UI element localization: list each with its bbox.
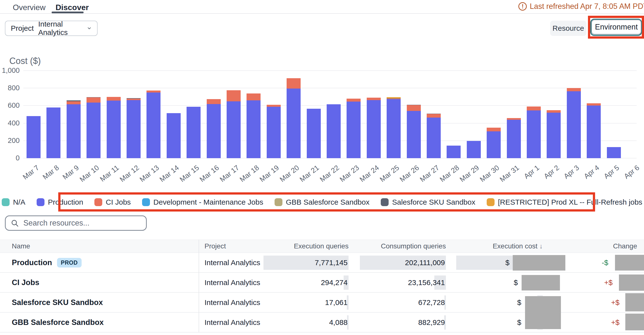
tab-discover[interactable]: Discover: [56, 3, 89, 12]
resources-table: Name Project Execution queries Consumpti…: [0, 240, 644, 332]
execution-queries-cell: 4,088: [264, 313, 348, 332]
bar-segment-production: [387, 99, 401, 158]
bar-segment-production: [407, 111, 421, 158]
redaction-box-change: [615, 255, 644, 270]
table-row[interactable]: ProductionPRODInternal Analytics7,771,14…: [0, 253, 644, 273]
table-row[interactable]: CI JobsInternal Analytics294,27423,156,3…: [0, 273, 644, 293]
column-header-execution-cost[interactable]: Execution cost↓: [492, 242, 543, 250]
bar-segment-ci-jobs: [367, 98, 381, 100]
bar-segment-production: [167, 113, 181, 158]
legend-item-salesforce-sku-sandbox[interactable]: Salesforce SKU Sandbox: [381, 198, 476, 206]
cell-value: 17,061: [325, 298, 348, 307]
bar-segment-production: [186, 107, 200, 158]
project-filter-dropdown[interactable]: Project Internal Analytics: [5, 21, 98, 36]
legend-item-production[interactable]: Production: [36, 198, 83, 206]
bar-segment-production: [26, 116, 40, 158]
bar-segment-salesforce-sku-sandbox: [86, 97, 100, 98]
consumption-queries-cell: 882,929: [360, 313, 446, 332]
bar-segment-ci-jobs: [507, 118, 521, 120]
redaction-box-change: [619, 274, 644, 291]
execution-queries-cell: 7,771,145: [264, 253, 348, 272]
legend-item-n-a[interactable]: N/A: [2, 198, 25, 206]
bar-segment-production: [227, 101, 241, 158]
resource-project: Internal Analytics: [204, 298, 260, 307]
sort-descending-icon: ↓: [540, 242, 543, 250]
legend-item-development-maintenance-jobs[interactable]: Development - Maintenance Jobs: [142, 198, 263, 206]
y-axis-tick-label: 400: [0, 119, 20, 127]
legend-label: N/A: [13, 198, 25, 206]
cell-value: 882,929: [418, 318, 445, 327]
execution-queries-cell: 17,061: [264, 293, 348, 312]
column-header-execution-queries[interactable]: Execution queries: [294, 242, 348, 250]
table-row[interactable]: Salesforce SKU SandboxInternal Analytics…: [0, 293, 644, 313]
cell-value: 7,771,145: [315, 258, 348, 267]
bar-segment-production: [547, 113, 561, 158]
bar-segment--restricted-prod-xl-full-refresh-jobs: [387, 97, 401, 98]
project-filter-label: Project: [11, 24, 34, 33]
column-header-consumption-queries[interactable]: Consumption queries: [381, 242, 446, 250]
legend-swatch-icon: [487, 198, 494, 206]
bar-segment-ci-jobs: [146, 91, 160, 93]
legend-label: CI Jobs: [106, 198, 131, 206]
y-axis-tick-label: 800: [0, 84, 20, 92]
bar-segment-production: [66, 104, 80, 158]
bar-segment-production: [307, 109, 321, 158]
y-axis-tick-label: 1,000: [0, 66, 20, 75]
redaction-box-cost: [525, 296, 561, 313]
chart-title: Cost ($): [9, 56, 41, 66]
redaction-box-change: [625, 293, 644, 311]
table-header-row: Name Project Execution queries Consumpti…: [0, 240, 644, 253]
bar-segment-ci-jobs: [207, 99, 221, 104]
legend-swatch-icon: [94, 198, 102, 206]
cell-value: 672,728: [418, 298, 445, 307]
legend-swatch-icon: [274, 198, 282, 206]
redaction-box-cost: [513, 255, 565, 270]
resource-name: GBB Salesforce Sandbox: [12, 318, 104, 327]
y-axis-tick-label: 0: [0, 154, 20, 162]
column-header-name[interactable]: Name: [12, 242, 30, 250]
bar-segment-ci-jobs: [107, 97, 121, 101]
change-sign: +$: [611, 298, 620, 307]
legend-swatch-icon: [142, 198, 150, 206]
legend-item--restricted-prod-xl-full-refresh-jobs[interactable]: [RESTRICTED] Prod XL -- Full-Refresh job…: [487, 198, 642, 206]
tab-overview[interactable]: Overview: [13, 3, 46, 12]
bar-segment-ci-jobs: [487, 128, 501, 131]
legend-label: Salesforce SKU Sandbox: [392, 198, 476, 206]
bar-segment-production: [126, 100, 140, 158]
resource-project: Internal Analytics: [204, 258, 260, 267]
bar-segment-production: [327, 104, 341, 158]
bar-segment-production: [607, 147, 621, 158]
bar-segment-production: [507, 120, 521, 158]
cell-value: 23,156,341: [408, 278, 445, 287]
cost-currency-prefix: $: [517, 318, 521, 327]
column-header-change[interactable]: Change: [613, 242, 637, 250]
legend-item-gbb-salesforce-sandbox[interactable]: GBB Salesforce Sandbox: [274, 198, 370, 206]
change-sign: -$: [602, 258, 608, 267]
search-input[interactable]: Search resources...: [5, 215, 147, 231]
table-row[interactable]: GBB Salesforce SandboxInternal Analytics…: [0, 313, 644, 332]
bar-segment-production: [46, 108, 60, 158]
bar-segment-salesforce-sku-sandbox: [66, 100, 80, 101]
legend-item-ci-jobs[interactable]: CI Jobs: [94, 198, 131, 206]
bar-segment-production: [286, 89, 300, 158]
cost-stacked-bar-chart: Cost ($) 02004006008001,000 Mar 7Mar 8Ma…: [0, 55, 644, 191]
resource-name: CI Jobs: [12, 278, 39, 287]
toggle-environment-button[interactable]: Environment: [592, 20, 641, 35]
bar-segment-production: [207, 104, 221, 158]
header-divider: [0, 13, 644, 14]
dashboard-root: Overview Discover ! Last refreshed Apr 7…: [0, 0, 644, 335]
bar-segment-production: [86, 103, 100, 158]
change-sign: +$: [611, 318, 620, 327]
legend-swatch-icon: [381, 198, 388, 206]
redaction-box-cost: [525, 313, 561, 329]
change-sign: +$: [604, 278, 612, 287]
bar-segment-ci-jobs: [407, 105, 421, 111]
bar-segment-ci-jobs: [286, 78, 300, 89]
last-refreshed-text: Last refreshed Apr 7, 8:05 AM PDT: [530, 2, 644, 11]
column-header-project[interactable]: Project: [204, 242, 226, 250]
bar-segment-ci-jobs: [527, 107, 541, 110]
bar-segment-ci-jobs: [86, 97, 100, 103]
toggle-resource-button[interactable]: Resource: [550, 21, 586, 36]
prod-badge: PROD: [57, 258, 82, 267]
legend-swatch-icon: [2, 198, 10, 206]
